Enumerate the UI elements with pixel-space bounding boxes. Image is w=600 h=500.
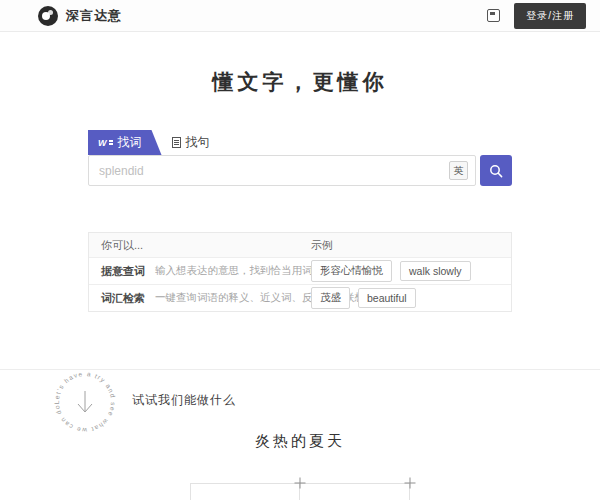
demo-card[interactable] (190, 483, 300, 500)
search-input[interactable] (89, 164, 449, 178)
tab-find-word-label: 找词 (118, 134, 142, 151)
example-tag[interactable]: 形容心情愉悦 (311, 260, 392, 282)
example-tag[interactable]: beautiful (358, 288, 416, 308)
search-box: 英 (88, 155, 476, 186)
down-arrow-icon (78, 391, 92, 412)
tab-find-word[interactable]: W 找词 (88, 130, 162, 155)
feature-name: 据意查词 (101, 264, 145, 279)
login-register-button[interactable]: 登录/注册 (514, 3, 586, 29)
corner-cross-marker (295, 478, 306, 489)
header: 深言达意 登录/注册 (0, 0, 600, 32)
search-bar: 英 (88, 155, 512, 186)
tab-find-sentence[interactable]: 找句 (162, 130, 224, 155)
example-tag[interactable]: 茂盛 (311, 287, 350, 309)
brand-name[interactable]: 深言达意 (66, 7, 122, 25)
browser-extension-icon[interactable] (487, 9, 500, 22)
column-header-you-can: 你可以... (89, 238, 311, 253)
svg-text:Let's have a try and see what: Let's have a try and see what we can do … (48, 367, 120, 439)
sentence-icon (172, 137, 181, 148)
column-header-examples: 示例 (311, 238, 511, 253)
page-title: 懂文字，更懂你 (0, 68, 600, 96)
search-icon (489, 164, 503, 178)
examples-table-header: 你可以... 示例 (89, 233, 511, 257)
brand-logo-icon[interactable] (38, 6, 58, 26)
language-toggle-icon[interactable]: 英 (449, 161, 468, 180)
example-tag[interactable]: walk slowly (400, 261, 471, 281)
table-row: 据意查词 输入想表达的意思，找到恰当用词 形容心情愉悦 walk slowly (89, 257, 511, 284)
search-button[interactable] (480, 155, 512, 186)
corner-cross-marker (405, 478, 416, 489)
word-icon: W (98, 138, 113, 148)
examples-table: 你可以... 示例 据意查词 输入想表达的意思，找到恰当用词 形容心情愉悦 wa… (88, 232, 512, 312)
explore-stamp: Let's have a try and see what we can do … (48, 365, 122, 439)
demo-title: 炎热的夏天 (0, 432, 600, 451)
search-mode-tabs: W 找词 找句 (88, 134, 512, 155)
stamp-circular-text: Let's have a try and see what we can do … (48, 367, 120, 439)
demo-card[interactable] (300, 483, 410, 500)
feature-name: 词汇检索 (101, 291, 145, 306)
feature-desc: 输入想表达的意思，找到恰当用词 (155, 264, 313, 278)
explore-hint: 试试我们能做什么 (132, 392, 236, 409)
tab-find-sentence-label: 找句 (186, 134, 210, 151)
table-row: 词汇检索 一键查询词语的释义、近义词、反义词、联想词等 茂盛 beautiful (89, 284, 511, 311)
